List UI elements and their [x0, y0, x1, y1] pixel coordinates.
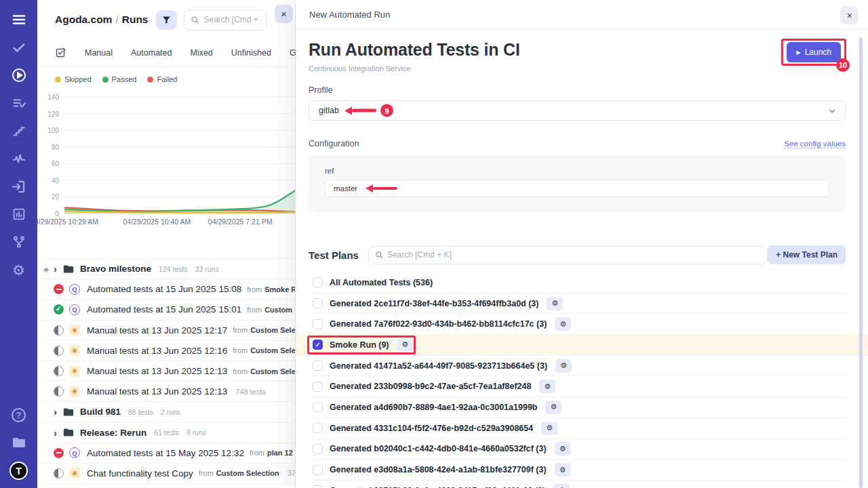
- legend-label: Passed: [112, 75, 137, 83]
- test-plan-row[interactable]: ✓Smoke Run (9)⚙: [296, 335, 868, 356]
- list-check-nav-button[interactable]: [10, 94, 28, 112]
- folder-icon: [63, 407, 74, 417]
- test-plan-row[interactable]: Generated e3d08a1a-5808-42e4-a1ab-81bfe3…: [309, 460, 846, 481]
- plan-settings-button[interactable]: ⚙: [397, 338, 414, 352]
- test-plan-row[interactable]: Generated 233b0998-b9c2-47ae-a5cf-7ea1af…: [309, 376, 846, 397]
- test-plan-row[interactable]: Generated 41471a52-a644-49f7-9085-923713…: [309, 356, 846, 377]
- plan-checkbox[interactable]: [313, 444, 323, 454]
- test-plan-row[interactable]: Generated a4d690b7-8889-4ae1-92aa-0c3001…: [309, 397, 846, 418]
- test-plan-row[interactable]: Generated 7a76f022-93d0-434b-b462-bb8114…: [309, 314, 846, 335]
- plan-checkbox[interactable]: [313, 382, 323, 392]
- folder-tests-count: 61 tests: [154, 428, 179, 436]
- check-nav-button[interactable]: [10, 39, 28, 56]
- plan-settings-button[interactable]: ⚙: [545, 401, 561, 414]
- plan-checkbox[interactable]: [313, 402, 323, 412]
- runs-search: [184, 9, 267, 30]
- profile-avatar[interactable]: T: [9, 462, 28, 480]
- profile-value: gitlab: [319, 106, 339, 115]
- plan-checkbox[interactable]: [313, 485, 323, 488]
- folder-runs-count: 33 runs: [195, 265, 219, 273]
- plan-settings-button[interactable]: ⚙: [555, 442, 571, 455]
- run-row[interactable]: ✳Manual tests at 13 Jun 2025 12:13748 te…: [37, 382, 295, 402]
- page-subtitle: Continuous Integration Service: [309, 64, 520, 73]
- app-root: ⚙ ? T Agoda.com/Runs ×: [0, 0, 868, 488]
- manual-run-icon: ✳: [69, 345, 80, 356]
- run-row[interactable]: ✳Manual tests at 13 Jun 2025 12:16fromCu…: [37, 341, 295, 361]
- docs-button[interactable]: [10, 434, 28, 451]
- profile-select[interactable]: gitlab 9: [309, 100, 846, 121]
- play-runs-nav-button[interactable]: [10, 66, 28, 84]
- run-tests-count: 37 tests: [288, 469, 295, 477]
- plan-settings-button[interactable]: ⚙: [547, 297, 563, 310]
- test-plan-list: All Automated Tests (536)Generated 2ce11…: [309, 272, 846, 488]
- test-plan-row[interactable]: All Automated Tests (536): [309, 272, 846, 293]
- plan-settings-button[interactable]: ⚙: [553, 484, 570, 488]
- tab-manual[interactable]: Manual: [85, 48, 113, 58]
- runs-panel-close-button[interactable]: ×: [275, 5, 293, 23]
- chevron-right-icon[interactable]: ›: [54, 263, 57, 274]
- tab-unfinished[interactable]: Unfinished: [231, 48, 271, 58]
- test-plans-search-input[interactable]: [387, 250, 761, 260]
- bar-chart-nav-button[interactable]: [10, 205, 28, 223]
- plan-checkbox[interactable]: [313, 277, 323, 287]
- plan-checkbox[interactable]: [313, 298, 323, 308]
- checklist-icon[interactable]: [55, 47, 66, 58]
- launch-button[interactable]: ▶ Launch: [787, 42, 841, 62]
- plan-settings-button[interactable]: ⚙: [555, 359, 572, 373]
- chevron-right-icon[interactable]: ›: [54, 406, 57, 418]
- drawer-close-button[interactable]: ×: [840, 6, 859, 24]
- hamburger-menu-button[interactable]: [10, 11, 28, 28]
- ref-input[interactable]: [325, 180, 829, 197]
- settings-nav-button[interactable]: ⚙: [10, 261, 28, 279]
- plan-checkbox[interactable]: [313, 361, 323, 371]
- folder-runs-count: 9 runs: [186, 428, 206, 436]
- plan-settings-button[interactable]: ⚙: [555, 463, 571, 476]
- plan-checkbox[interactable]: [313, 423, 323, 433]
- folder-row[interactable]: ›Release: Rerun61 tests9 runs: [37, 423, 295, 443]
- y-axis-tick: 140: [37, 94, 59, 101]
- run-title: Manual tests at 13 Jun 2025 12:13: [87, 386, 227, 396]
- plan-settings-button[interactable]: ⚙: [539, 380, 555, 393]
- test-plan-row[interactable]: Generated 4331c104-f5f2-476e-b92d-c529a3…: [309, 418, 846, 439]
- plan-settings-button[interactable]: ⚙: [541, 422, 557, 435]
- plan-checkbox[interactable]: ✓: [313, 340, 323, 350]
- plan-checkbox[interactable]: [313, 319, 323, 329]
- branch-nav-button[interactable]: [10, 233, 28, 251]
- chevron-right-icon[interactable]: ›: [54, 427, 57, 439]
- folder-row[interactable]: ›Build 98188 tests2 runs: [37, 402, 295, 422]
- steps-nav-button[interactable]: [10, 122, 28, 140]
- breadcrumb: Agoda.com/Runs: [55, 14, 148, 26]
- run-row[interactable]: QAutomated tests at 15 Jun 2025 15:01fro…: [37, 300, 295, 320]
- filter-button[interactable]: [156, 10, 177, 30]
- breadcrumb-project[interactable]: Agoda.com: [55, 14, 112, 25]
- pulse-nav-button[interactable]: [10, 150, 28, 167]
- see-config-values-link[interactable]: See config values: [784, 140, 846, 148]
- tab-automated[interactable]: Automated: [131, 48, 172, 58]
- test-plan-row[interactable]: Generated 83715b93-6c1e-4663-9417-ef23a4…: [309, 481, 846, 488]
- run-row[interactable]: ✳Chat functinality test CopyfromCustom S…: [37, 464, 295, 484]
- folder-row[interactable]: ›Bravo milestone124 tests33 runs: [37, 259, 295, 279]
- tab-mixed[interactable]: Mixed: [190, 48, 212, 58]
- test-plan-row[interactable]: Generated 2ce11f7d-38ef-44fe-b353-4f694f…: [309, 293, 846, 314]
- import-nav-button[interactable]: [10, 178, 28, 195]
- from-label: from: [233, 367, 248, 375]
- legend-label: Failed: [157, 75, 177, 83]
- page-title: Run Automated Tests in CI: [309, 40, 520, 60]
- run-title: Manual tests at 13 Jun 2025 12:13: [87, 366, 227, 376]
- plan-settings-button[interactable]: ⚙: [555, 317, 571, 331]
- run-row[interactable]: QAutomated tests at 15 Jun 2025 15:08fro…: [37, 279, 295, 300]
- run-list: ›Bravo milestone124 tests33 runsQAutomat…: [37, 258, 295, 484]
- runs-search-input[interactable]: [203, 15, 260, 24]
- new-test-plan-button[interactable]: + New Test Plan: [768, 245, 846, 264]
- run-row[interactable]: ✳Manual tests at 13 Jun 2025 12:13fromCu…: [37, 361, 295, 382]
- help-button[interactable]: ?: [10, 406, 28, 424]
- run-row[interactable]: ✳Manual tests at 13 Jun 2025 12:17fromCu…: [37, 321, 295, 341]
- folder-name: Build 981: [80, 407, 121, 417]
- test-plan-row[interactable]: Generated b02040c1-c442-4db0-841e-4660a0…: [309, 439, 846, 460]
- run-source: Custom Selection: [250, 326, 295, 334]
- blocked-status-icon: [54, 448, 64, 458]
- progress-status-icon: [54, 386, 64, 396]
- plan-checkbox[interactable]: [313, 465, 323, 475]
- drawer-scrollbar[interactable]: [859, 37, 863, 488]
- run-row[interactable]: QAutomated tests at 15 May 2025 12:32fro…: [37, 443, 295, 464]
